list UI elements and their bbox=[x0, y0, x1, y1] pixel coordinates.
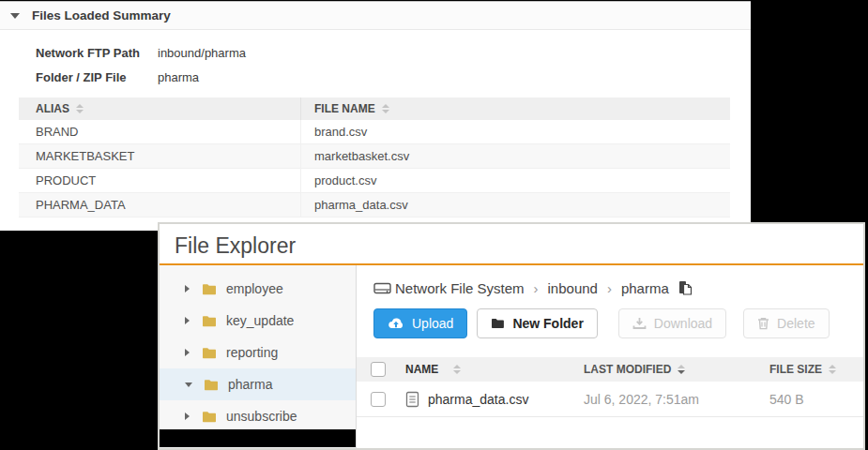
screenshot-stage: Files Loaded Summary Network FTP Path in… bbox=[0, 0, 868, 450]
sidebar-item-reporting[interactable]: reporting bbox=[160, 337, 356, 368]
upload-button[interactable]: Upload bbox=[373, 308, 467, 338]
folder-label: unsubscribe bbox=[226, 409, 297, 424]
table-row: MARKETBASKET marketbasket.csv bbox=[19, 144, 730, 169]
sort-icon[interactable] bbox=[382, 104, 389, 113]
folder-label: reporting bbox=[226, 345, 278, 360]
folder-icon bbox=[491, 318, 505, 329]
column-header-alias[interactable]: ALIAS bbox=[19, 102, 300, 115]
sidebar-item-pharma[interactable]: pharma bbox=[160, 368, 356, 400]
sidebar-item-key-update[interactable]: key_update bbox=[160, 305, 356, 337]
files-loaded-summary-panel: Files Loaded Summary Network FTP Path in… bbox=[0, 1, 751, 231]
breadcrumb: Network File System › inbound › pharma bbox=[373, 280, 863, 296]
file-name-cell: brand.csv bbox=[300, 120, 730, 143]
sort-icon[interactable] bbox=[76, 104, 84, 113]
folder-label: key_update bbox=[226, 313, 294, 328]
folder-label: pharma bbox=[228, 377, 272, 392]
field-folder-zip-file: Folder / ZIP File pharma bbox=[36, 65, 751, 89]
breadcrumb-separator: › bbox=[607, 280, 612, 296]
alias-cell: PRODUCT bbox=[19, 173, 300, 188]
file-list-table: NAME LAST MODIFIED FILE SIZE bbox=[357, 357, 863, 417]
sort-icon[interactable] bbox=[829, 365, 836, 374]
column-header-label: ALIAS bbox=[36, 102, 69, 115]
sort-desc-icon[interactable] bbox=[678, 365, 685, 374]
folder-icon bbox=[202, 411, 217, 423]
download-button-label: Download bbox=[654, 316, 712, 331]
column-header-label: NAME bbox=[405, 363, 438, 376]
breadcrumb-pharma[interactable]: pharma bbox=[621, 280, 669, 296]
row-select-cell bbox=[357, 392, 405, 407]
table-row: PHARMA_DATA pharma_data.csv bbox=[19, 193, 730, 218]
last-modified-cell: Jul 6, 2022, 7:51am bbox=[584, 392, 769, 407]
summary-table: ALIAS FILE NAME BRAND brand.csv MARKETBA… bbox=[19, 98, 730, 218]
folder-icon bbox=[202, 347, 217, 359]
breadcrumb-separator: › bbox=[534, 280, 539, 296]
column-header-last-modified[interactable]: LAST MODIFIED bbox=[584, 363, 769, 376]
breadcrumb-inbound[interactable]: inbound bbox=[548, 280, 598, 296]
breadcrumb-root[interactable]: Network File System bbox=[395, 280, 525, 296]
column-header-label: FILE SIZE bbox=[769, 363, 822, 376]
drive-icon bbox=[373, 281, 391, 295]
field-value: inbound/pharma bbox=[158, 46, 246, 60]
column-header-name[interactable]: NAME bbox=[405, 363, 584, 376]
folder-icon bbox=[202, 315, 217, 327]
file-explorer-title: File Explorer bbox=[160, 224, 863, 265]
file-name-cell: pharma_data.csv bbox=[405, 391, 584, 408]
row-checkbox[interactable] bbox=[371, 392, 386, 407]
file-name-label: pharma_data.csv bbox=[428, 392, 528, 407]
alias-cell: MARKETBASKET bbox=[19, 149, 300, 163]
file-name-cell: marketbasket.csv bbox=[300, 144, 730, 168]
file-row-pharma-data-csv[interactable]: pharma_data.csv Jul 6, 2022, 7:51am 540 … bbox=[357, 382, 863, 417]
table-row: BRAND brand.csv bbox=[19, 120, 730, 144]
folder-icon bbox=[202, 283, 217, 295]
upload-button-label: Upload bbox=[412, 316, 453, 331]
field-label: Folder / ZIP File bbox=[36, 70, 158, 84]
folder-tree-sidebar: employee key_update reporting bbox=[160, 265, 357, 450]
alias-cell: BRAND bbox=[19, 125, 300, 139]
column-header-file-name[interactable]: FILE NAME bbox=[300, 98, 730, 120]
caret-right-icon[interactable] bbox=[185, 412, 190, 420]
column-header-label: LAST MODIFIED bbox=[584, 363, 671, 376]
toolbar: Upload New Folder Download bbox=[373, 308, 863, 338]
field-label: Network FTP Path bbox=[36, 46, 158, 60]
summary-table-header: ALIAS FILE NAME bbox=[19, 98, 730, 120]
caret-right-icon[interactable] bbox=[185, 349, 190, 356]
caret-right-icon[interactable] bbox=[185, 285, 190, 292]
download-icon bbox=[632, 317, 647, 330]
sidebar-item-unsubscribe[interactable]: unsubscribe bbox=[160, 400, 356, 432]
select-all-checkbox[interactable] bbox=[371, 362, 386, 377]
field-network-ftp-path: Network FTP Path inbound/pharma bbox=[36, 40, 751, 65]
sort-icon[interactable] bbox=[453, 365, 461, 374]
black-redaction-patch bbox=[160, 429, 356, 447]
caret-right-icon[interactable] bbox=[185, 317, 190, 324]
field-value: pharma bbox=[158, 70, 199, 84]
cloud-upload-icon bbox=[388, 317, 404, 330]
file-icon bbox=[405, 391, 419, 408]
folder-label: employee bbox=[226, 281, 283, 296]
file-list-header: NAME LAST MODIFIED FILE SIZE bbox=[357, 357, 863, 382]
file-name-cell: product.csv bbox=[300, 169, 730, 192]
download-button[interactable]: Download bbox=[618, 308, 726, 338]
copy-path-icon[interactable] bbox=[678, 280, 693, 296]
alias-cell: PHARMA_DATA bbox=[19, 198, 300, 212]
file-explorer-body: employee key_update reporting bbox=[160, 265, 863, 450]
table-row: PRODUCT product.csv bbox=[19, 169, 730, 193]
select-all-cell bbox=[357, 362, 405, 377]
new-folder-button[interactable]: New Folder bbox=[477, 308, 597, 338]
column-header-file-size[interactable]: FILE SIZE bbox=[769, 363, 863, 376]
folder-icon bbox=[204, 379, 219, 391]
caret-down-icon[interactable] bbox=[185, 382, 192, 387]
summary-fields: Network FTP Path inbound/pharma Folder /… bbox=[0, 30, 751, 89]
column-header-label: FILE NAME bbox=[314, 102, 375, 115]
new-folder-button-label: New Folder bbox=[512, 316, 583, 331]
trash-icon bbox=[757, 317, 769, 330]
delete-button-label: Delete bbox=[777, 316, 815, 331]
file-explorer-main: Network File System › inbound › pharma U… bbox=[357, 265, 863, 450]
summary-collapse-header[interactable]: Files Loaded Summary bbox=[0, 2, 751, 30]
summary-panel-title: Files Loaded Summary bbox=[32, 8, 171, 22]
collapse-triangle-icon[interactable] bbox=[10, 13, 20, 19]
sidebar-item-employee[interactable]: employee bbox=[160, 273, 356, 305]
file-size-cell: 540 B bbox=[769, 392, 863, 407]
file-name-cell: pharma_data.csv bbox=[300, 193, 730, 217]
delete-button[interactable]: Delete bbox=[743, 308, 829, 338]
file-explorer-window: File Explorer employee key_update bbox=[158, 222, 865, 450]
